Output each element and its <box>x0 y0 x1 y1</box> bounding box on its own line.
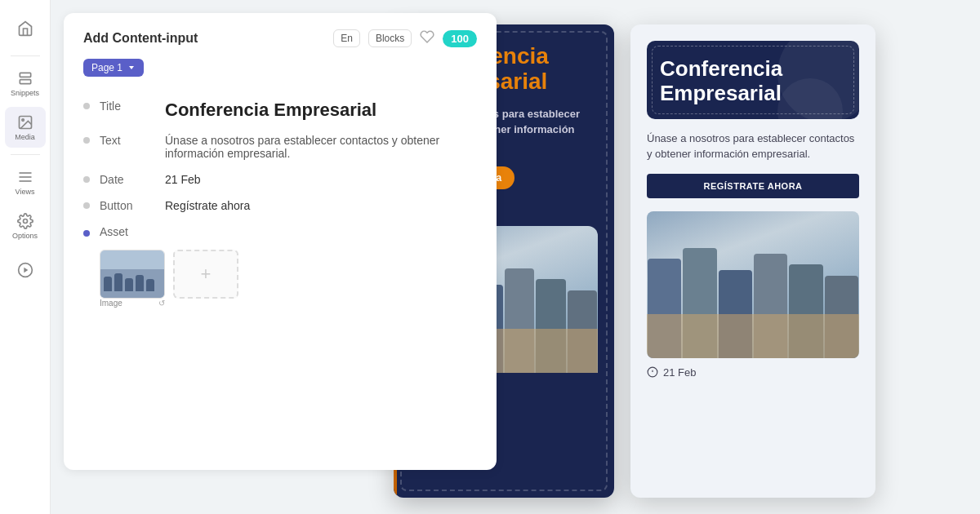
preview-card-2: ConferenciaEmpresarial Únase a nosotros … <box>630 24 875 498</box>
field-row-asset: Asset <box>83 219 477 314</box>
title-indicator <box>83 103 90 109</box>
field-list: Title Conferencia Empresarial Text Únase… <box>83 93 477 314</box>
add-asset-button[interactable]: + <box>173 250 238 299</box>
svg-marker-9 <box>24 268 28 273</box>
language-selector[interactable]: En <box>333 29 360 47</box>
title-field-value[interactable]: Conferencia Empresarial <box>165 100 477 121</box>
title-field-name: Title <box>100 100 165 113</box>
page-label: Page 1 <box>91 62 122 73</box>
asset-label-row: Image ↺ <box>100 299 165 308</box>
card2-image <box>647 211 859 358</box>
button-field-name: Button <box>100 199 165 212</box>
field-row-title: Title Conferencia Empresarial <box>83 93 477 127</box>
field-row-text: Text Únase a nosotros para establecer co… <box>83 127 477 166</box>
sidebar-item-home[interactable] <box>5 8 46 49</box>
field-row-date: Date 21 Feb <box>83 166 477 193</box>
button-indicator <box>83 202 90 209</box>
card2-button[interactable]: REGÍSTRATE AHORA <box>647 174 859 198</box>
sidebar-snippets-label: Snippets <box>11 89 39 97</box>
header-actions: En Blocks 100 <box>333 29 477 47</box>
editor-title: Add Content-input <box>83 31 198 46</box>
sidebar-media-label: Media <box>15 133 35 141</box>
c2-conf-table <box>647 314 859 358</box>
asset-indicator <box>83 230 90 237</box>
card2-conf-img <box>647 211 859 358</box>
page-selector: Page 1 <box>83 59 477 77</box>
svg-point-7 <box>23 219 27 223</box>
card2-subtitle: Únase a nosotros para establecer contact… <box>647 131 859 162</box>
card2-title: ConferenciaEmpresarial <box>660 57 846 106</box>
date-field-value[interactable]: 21 Feb <box>165 173 477 186</box>
asset-label: Image <box>100 299 122 308</box>
text-indicator <box>83 137 90 144</box>
sidebar-options-label: Options <box>12 232 38 240</box>
sidebar: Snippets Media Views Options <box>0 0 51 514</box>
field-row-button: Button Regístrate ahora <box>83 193 477 219</box>
figure-3 <box>125 278 133 291</box>
sidebar-item-options[interactable]: Options <box>5 206 46 246</box>
card2-header-bg: ConferenciaEmpresarial <box>647 41 859 119</box>
text-field-value[interactable]: Únase a nosotros para establecer contact… <box>165 134 477 160</box>
sidebar-item-play[interactable] <box>5 250 46 290</box>
favorite-button[interactable] <box>420 29 434 47</box>
asset-container: Image ↺ + <box>100 250 238 308</box>
date-field-name: Date <box>100 173 165 186</box>
date-indicator <box>83 176 90 183</box>
sidebar-divider-1 <box>11 55 40 56</box>
editor-header: Add Content-input En Blocks 100 <box>83 29 477 47</box>
conf-figures <box>104 273 161 291</box>
figure-1 <box>104 277 112 291</box>
sidebar-divider-2 <box>11 154 40 155</box>
svg-point-3 <box>21 118 23 121</box>
svg-rect-0 <box>20 73 30 77</box>
asset-icon: ↺ <box>158 299 165 308</box>
sidebar-item-snippets[interactable]: Snippets <box>5 63 46 104</box>
card2-date: 21 Feb <box>647 366 859 379</box>
sidebar-item-views[interactable]: Views <box>5 162 46 202</box>
text-field-name: Text <box>100 134 165 147</box>
score-badge: 100 <box>443 30 477 47</box>
button-field-value[interactable]: Regístrate ahora <box>165 199 477 212</box>
main-panel: Add Content-input En Blocks 100 Page 1 <box>51 0 980 514</box>
editor-card: Add Content-input En Blocks 100 Page 1 <box>64 13 497 470</box>
figure-5 <box>146 279 154 291</box>
add-asset-icon: + <box>201 264 212 285</box>
figure-2 <box>114 273 122 291</box>
page-pill[interactable]: Page 1 <box>83 59 144 77</box>
sidebar-views-label: Views <box>16 188 35 196</box>
asset-item: Image ↺ <box>100 250 165 308</box>
conference-photo <box>100 250 164 298</box>
sidebar-item-media[interactable]: Media <box>5 107 46 148</box>
asset-thumbnail[interactable] <box>100 250 165 299</box>
figure-4 <box>136 275 144 291</box>
svg-rect-1 <box>20 79 30 83</box>
blocks-button[interactable]: Blocks <box>368 29 412 47</box>
card2-date-text: 21 Feb <box>663 366 696 379</box>
asset-field-name: Asset <box>100 225 165 238</box>
